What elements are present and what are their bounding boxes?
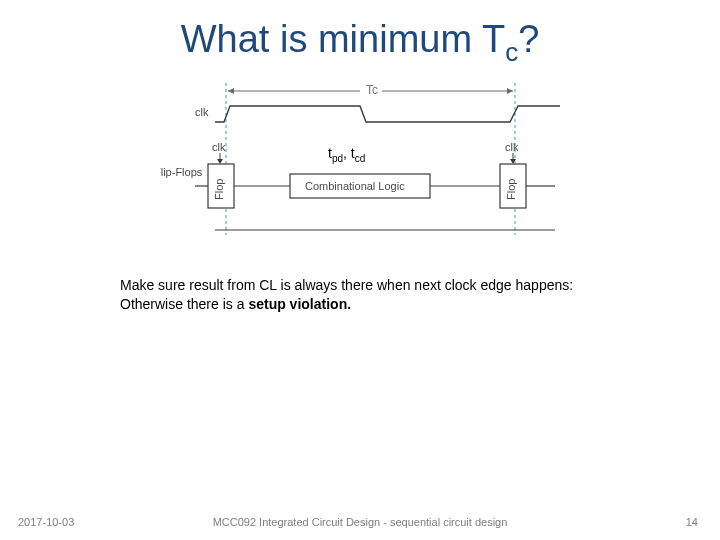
svg-marker-7 (217, 159, 223, 164)
comma: , (343, 145, 351, 161)
clk-label-top: clk (195, 106, 209, 118)
svg-marker-3 (228, 88, 234, 94)
footer-course: MCC092 Integrated Circuit Design - seque… (0, 516, 720, 528)
timing-diagram: Tc clk Flip-Flops clk clk Flop Flop Comb… (160, 80, 590, 240)
flop-right-label: Flop (505, 179, 517, 200)
svg-marker-4 (507, 88, 513, 94)
clk-label-right: clk (505, 141, 519, 153)
tc-label: Tc (366, 83, 378, 97)
body-text: Make sure result from CL is always there… (120, 276, 660, 314)
body-line2a: Otherwise there is a (120, 296, 248, 312)
title-sub: c (505, 37, 518, 67)
tpd-tcd-label: tpd, tcd (326, 145, 367, 164)
footer-page: 14 (686, 516, 698, 528)
slide: What is minimum Tc? Tc clk Flip-Flops cl… (0, 0, 720, 540)
flop-left-label: Flop (213, 179, 225, 200)
title-pre: What is minimum T (181, 18, 505, 60)
body-line2b: setup violation. (248, 296, 351, 312)
title-post: ? (518, 18, 539, 60)
comb-logic-label: Combinational Logic (305, 180, 405, 192)
pd-sub: pd (332, 153, 343, 164)
clk-label-left: clk (212, 141, 226, 153)
cd-sub: cd (355, 153, 366, 164)
flipflops-label: Flip-Flops (160, 166, 203, 178)
body-line2: Otherwise there is a setup violation. (120, 295, 660, 314)
body-line1: Make sure result from CL is always there… (120, 276, 660, 295)
slide-title: What is minimum Tc? (0, 18, 720, 68)
